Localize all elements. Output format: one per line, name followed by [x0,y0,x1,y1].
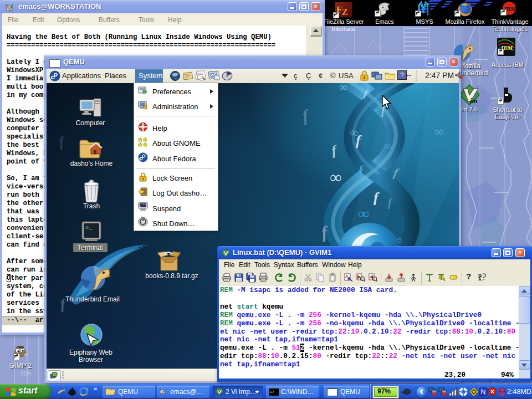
svg-text:∞: ∞ [383,140,391,152]
svg-text:∞: ∞ [358,205,369,222]
svg-text:∞: ∞ [434,125,443,139]
svg-text:im: im [470,96,478,105]
svg-text:∞: ∞ [330,168,341,186]
svg-text:∞: ∞ [339,83,347,93]
svg-text:Z: Z [342,7,348,17]
svg-text:B: B [347,277,350,280]
svg-text:>_: >_ [85,225,93,231]
svg-text:f: f [300,106,311,125]
svg-text:f: f [330,143,338,158]
svg-text:f: f [58,133,66,150]
